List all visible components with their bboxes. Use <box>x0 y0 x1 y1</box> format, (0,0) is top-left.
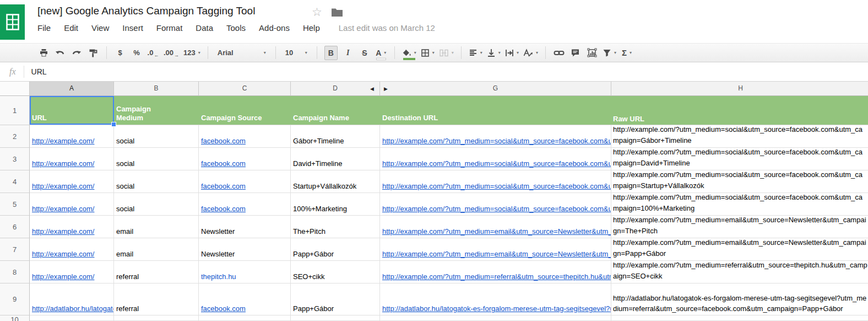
source-link[interactable]: facebook.com <box>201 205 246 213</box>
cell[interactable] <box>199 315 291 321</box>
destination-link[interactable]: http://adatlabor.hu/latogatok-es-forgalo… <box>382 304 611 313</box>
destination-link[interactable]: http://example.com/?utm_medium=social&ut… <box>382 137 611 145</box>
select-all-corner[interactable] <box>0 82 30 96</box>
cell-H1[interactable]: Raw URL <box>611 96 868 125</box>
cell-campaign-name[interactable]: SEO+cikk <box>291 261 380 283</box>
formula-bar-input[interactable]: URL <box>31 67 47 76</box>
row-number[interactable]: 6 <box>0 216 30 238</box>
destination-link[interactable]: http://example.com/?utm_medium=email&utm… <box>382 250 611 258</box>
row-number[interactable]: 2 <box>0 125 30 148</box>
percent-format-button[interactable]: % <box>131 46 143 60</box>
cell-medium[interactable]: referral <box>114 283 199 315</box>
url-link[interactable]: http://adatlabor.hu/latogatok-es-forgalo… <box>32 304 114 313</box>
text-wrap-button[interactable]: ▾ <box>505 46 519 60</box>
cell-destination[interactable]: http://example.com/?utm_medium=social&ut… <box>380 125 611 148</box>
cell-campaign-name[interactable]: Gábor+Timeline <box>291 125 380 148</box>
cell-destination[interactable]: http://example.com/?utm_medium=email&utm… <box>380 216 611 238</box>
cell-medium[interactable]: email <box>114 238 199 261</box>
font-selector[interactable]: Arial ▾ <box>215 46 268 60</box>
cell-medium[interactable]: referral <box>114 261 199 283</box>
bold-button[interactable]: B <box>324 46 338 60</box>
cell-url[interactable]: http://example.com/ <box>30 238 114 261</box>
cell-source[interactable]: thepitch.hu <box>199 261 291 283</box>
url-link[interactable]: http://example.com/ <box>32 159 94 168</box>
column-header-C[interactable]: C <box>199 82 291 96</box>
destination-link[interactable]: http://example.com/?utm_medium=social&ut… <box>382 159 611 168</box>
cell-destination[interactable]: http://example.com/?utm_medium=social&ut… <box>380 148 611 170</box>
url-link[interactable]: http://example.com/ <box>32 272 94 281</box>
cell-source[interactable]: facebook.com <box>199 125 291 148</box>
paint-format-button[interactable] <box>87 46 99 60</box>
redo-button[interactable] <box>70 46 83 60</box>
cell-medium[interactable]: social <box>114 125 199 148</box>
row-number[interactable]: 7 <box>0 238 30 261</box>
hidden-columns-right-arrow-icon[interactable]: ▶ <box>384 82 388 96</box>
currency-format-button[interactable]: $ <box>114 46 126 60</box>
cell[interactable] <box>114 315 199 321</box>
row-number[interactable]: 4 <box>0 170 30 193</box>
cell-campaign-name[interactable]: 100%+Marketing <box>291 193 380 216</box>
strikethrough-button[interactable]: S <box>359 46 371 60</box>
horizontal-align-button[interactable]: ▾ <box>469 46 482 60</box>
destination-link[interactable]: http://example.com/?utm_medium=email&utm… <box>382 227 611 236</box>
column-header-A[interactable]: A <box>30 82 114 96</box>
cell-C1[interactable]: Campaign Source <box>199 96 291 125</box>
cell-url[interactable]: http://example.com/ <box>30 193 114 216</box>
menu-help[interactable]: Help <box>303 23 320 33</box>
destination-link[interactable]: http://example.com/?utm_medium=social&ut… <box>382 182 611 190</box>
text-rotation-button[interactable]: ▾ <box>523 46 538 60</box>
print-button[interactable] <box>37 46 50 60</box>
last-edit-status[interactable]: Last edit was on March 12 <box>339 23 435 33</box>
cell-url[interactable]: http://example.com/ <box>30 125 114 148</box>
cell-url[interactable]: http://example.com/ <box>30 216 114 238</box>
cell-source[interactable]: facebook.com <box>199 170 291 193</box>
cell-url[interactable]: http://example.com/ <box>30 170 114 193</box>
row-number[interactable]: 9 <box>0 283 30 315</box>
row-number[interactable]: 5 <box>0 193 30 216</box>
cell-A1-selected[interactable]: URL <box>30 96 114 125</box>
hidden-columns-left-arrow-icon[interactable]: ◀ <box>370 82 374 96</box>
cell-source[interactable]: facebook.com <box>199 148 291 170</box>
font-size-selector[interactable]: 10 ▾ <box>283 46 310 60</box>
text-color-button[interactable]: A ▾ <box>375 46 387 60</box>
menu-view[interactable]: View <box>91 23 109 33</box>
menu-addons[interactable]: Add-ons <box>259 23 290 33</box>
cell-raw-url[interactable]: http://adatlabor.hu/latogatok-es-forgalo… <box>611 283 868 315</box>
cell-medium[interactable]: social <box>114 148 199 170</box>
document-title[interactable]: [new] Google Analytics Campaign Tagging … <box>37 5 255 17</box>
row-number[interactable]: 1 <box>0 96 30 125</box>
folder-icon[interactable] <box>332 8 343 19</box>
source-link[interactable]: facebook.com <box>201 137 246 145</box>
menu-edit[interactable]: Edit <box>64 23 78 33</box>
cell-destination[interactable]: http://example.com/?utm_medium=social&ut… <box>380 193 611 216</box>
cell-medium[interactable]: email <box>114 216 199 238</box>
column-header-D[interactable]: D <box>291 82 380 96</box>
url-link[interactable]: http://example.com/ <box>32 137 94 145</box>
cell-raw-url[interactable]: http://example.com/?utm_medium=email&utm… <box>611 216 868 238</box>
url-link[interactable]: http://example.com/ <box>32 250 94 258</box>
undo-button[interactable] <box>54 46 66 60</box>
insert-chart-button[interactable] <box>586 46 598 60</box>
destination-link[interactable]: http://example.com/?utm_medium=referral&… <box>382 272 611 281</box>
cell[interactable] <box>30 315 114 321</box>
sheets-logo-icon[interactable] <box>0 4 25 40</box>
cell-url[interactable]: http://example.com/ <box>30 148 114 170</box>
menu-format[interactable]: Format <box>156 23 183 33</box>
row-number[interactable]: 3 <box>0 148 30 170</box>
menu-file[interactable]: File <box>37 23 51 33</box>
url-link[interactable]: http://example.com/ <box>32 182 94 190</box>
insert-link-button[interactable] <box>553 46 565 60</box>
cell-D1[interactable]: Campaign Name <box>291 96 380 125</box>
filter-button[interactable]: ▾ <box>603 46 616 60</box>
cell[interactable] <box>611 315 868 321</box>
cell-campaign-name[interactable]: David+Timeline <box>291 148 380 170</box>
cell-raw-url[interactable]: http://example.com/?utm_medium=referral&… <box>611 261 868 283</box>
decrease-decimals-button[interactable]: .0 ← <box>147 46 159 60</box>
source-link[interactable]: facebook.com <box>201 182 246 190</box>
merge-cells-button[interactable]: ▾ <box>439 46 454 60</box>
menu-tools[interactable]: Tools <box>226 23 246 33</box>
row-number[interactable]: 8 <box>0 261 30 283</box>
borders-button[interactable]: ▾ <box>421 46 435 60</box>
insert-comment-button[interactable] <box>569 46 582 60</box>
cell-destination[interactable]: http://example.com/?utm_medium=email&utm… <box>380 238 611 261</box>
